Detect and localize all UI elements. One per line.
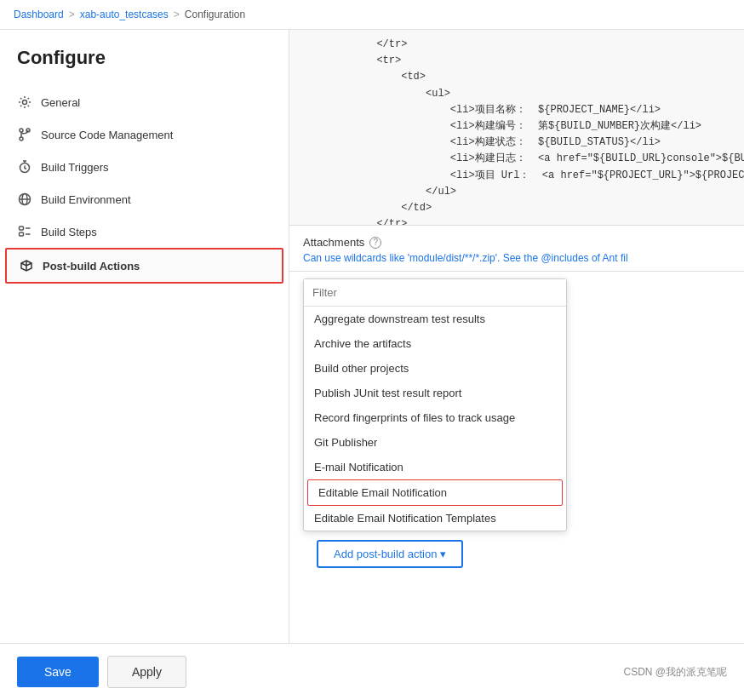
dropdown-item-editable-email-templates[interactable]: Editable Email Notification Templates: [304, 506, 566, 531]
attachments-section: Attachments ? Can use wildcards like 'mo…: [289, 226, 744, 272]
add-action-btn-wrap: Add post-build action ▾: [303, 531, 730, 577]
add-post-build-action-button[interactable]: Add post-build action ▾: [317, 540, 463, 568]
sidebar-item-post-build[interactable]: Post-build Actions: [5, 248, 283, 284]
content-area: </tr> <tr> <td> <ul> <li>项目名称： ${PROJECT…: [289, 30, 744, 698]
footer: Save Apply CSDN @我的派克笔呢: [0, 643, 744, 700]
svg-point-2: [20, 137, 23, 141]
sidebar-item-env-label: Build Environment: [41, 193, 131, 206]
attachments-help-icon[interactable]: ?: [369, 237, 381, 249]
apply-button[interactable]: Apply: [107, 656, 186, 688]
breadcrumb-dashboard[interactable]: Dashboard: [14, 9, 64, 20]
branch-icon: [17, 127, 32, 142]
sidebar-item-build-env[interactable]: Build Environment: [0, 183, 289, 215]
dropdown-item-editable-email[interactable]: Editable Email Notification: [307, 479, 563, 506]
gear-icon: [17, 95, 32, 110]
svg-point-1: [20, 129, 23, 132]
attachments-hint: Can use wildcards like 'module/dist/**/*…: [303, 252, 730, 264]
breadcrumb: Dashboard > xab-auto_testcases > Configu…: [0, 0, 744, 30]
attachments-label-text: Attachments: [303, 236, 364, 249]
sidebar-item-build-steps[interactable]: Build Steps: [0, 215, 289, 248]
sidebar-item-general[interactable]: General: [0, 86, 289, 118]
code-block: </tr> <tr> <td> <ul> <li>项目名称： ${PROJECT…: [289, 30, 744, 226]
sidebar-item-general-label: General: [41, 96, 80, 109]
breadcrumb-sep-2: >: [174, 9, 180, 20]
breadcrumb-current: Configuration: [185, 9, 245, 20]
dropdown-item-fingerprints[interactable]: Record fingerprints of files to track us…: [304, 405, 566, 430]
dropdown-item-email-notification[interactable]: E-mail Notification: [304, 455, 566, 479]
list-icon: [17, 224, 32, 239]
dropdown-item-build-other[interactable]: Build other projects: [304, 356, 566, 381]
breadcrumb-project[interactable]: xab-auto_testcases: [80, 9, 169, 20]
clock-icon: [17, 159, 32, 175]
sidebar-item-steps-label: Build Steps: [41, 226, 97, 238]
sidebar-item-post-build-label: Post-build Actions: [43, 260, 140, 273]
box-icon: [19, 258, 34, 273]
breadcrumb-sep-1: >: [69, 9, 75, 20]
dropdown-item-git-publisher[interactable]: Git Publisher: [304, 430, 566, 455]
filter-input[interactable]: [304, 279, 566, 307]
filter-dropdown: Aggregate downstream test results Archiv…: [303, 278, 567, 531]
attachments-hint-link[interactable]: @includes of Ant fil: [541, 252, 627, 264]
save-button[interactable]: Save: [17, 657, 99, 687]
sidebar-item-source-code[interactable]: Source Code Management: [0, 118, 289, 151]
sidebar-item-build-triggers[interactable]: Build Triggers: [0, 151, 289, 183]
sidebar-title: Configure: [0, 47, 289, 86]
svg-rect-7: [20, 227, 24, 230]
sidebar-item-source-label: Source Code Management: [41, 129, 173, 141]
dropdown-area: Aggregate downstream test results Archiv…: [289, 272, 744, 583]
svg-point-0: [23, 100, 27, 105]
dropdown-item-aggregate[interactable]: Aggregate downstream test results: [304, 307, 566, 331]
sidebar-item-triggers-label: Build Triggers: [41, 161, 108, 174]
svg-rect-8: [20, 232, 24, 236]
sidebar: Configure General Source Code M: [0, 30, 289, 698]
globe-icon: [17, 192, 32, 207]
dropdown-item-publish-junit[interactable]: Publish JUnit test result report: [304, 381, 566, 405]
attribution-text: CSDN @我的派克笔呢: [623, 665, 727, 680]
dropdown-item-archive[interactable]: Archive the artifacts: [304, 331, 566, 356]
